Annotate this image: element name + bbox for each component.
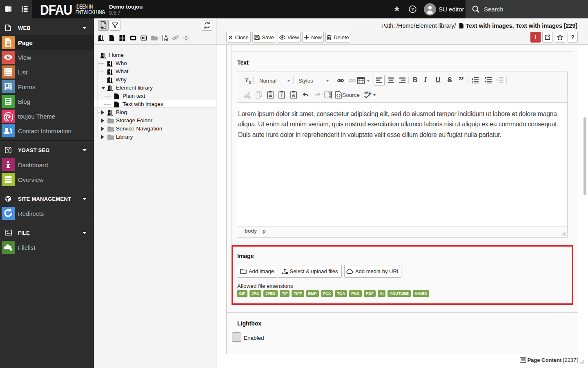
svg-text:W: W	[292, 94, 296, 98]
svg-text:?: ?	[411, 7, 414, 12]
svg-text:1: 1	[472, 77, 473, 81]
svg-text:2: 2	[472, 81, 473, 84]
svg-text:T: T	[281, 93, 283, 98]
